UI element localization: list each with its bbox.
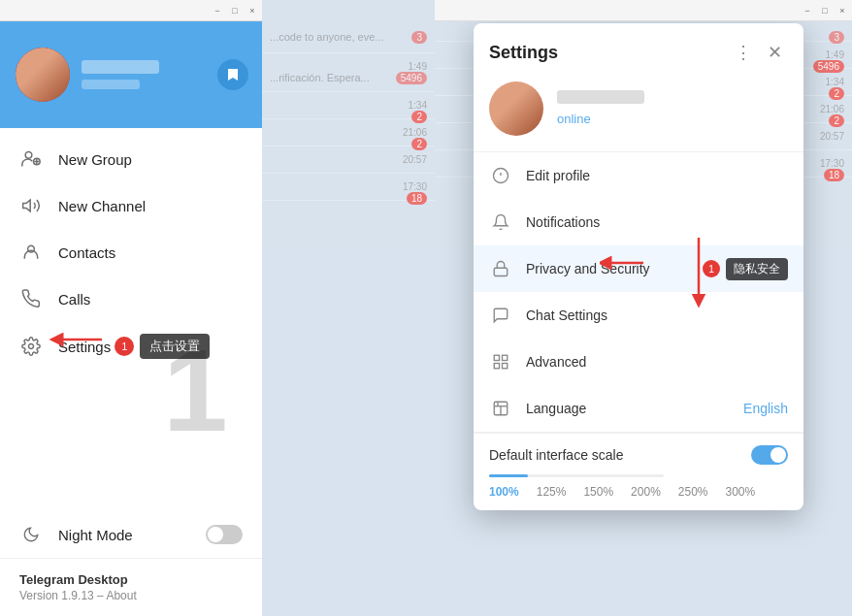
avatar [16,48,70,102]
svg-rect-14 [503,355,508,360]
close-btn-left[interactable]: × [245,3,260,18]
calls-label: Calls [58,291,90,308]
settings-badge: 1 [115,337,134,356]
modal-close-button[interactable]: ✕ [761,39,788,66]
contacts-icon [19,241,43,264]
scale-section: Default interface scale 100% 125% 150% 2… [474,433,803,510]
modal-more-button[interactable]: ⋮ [730,39,757,66]
scale-250[interactable]: 250% [678,485,708,499]
edit-profile-icon [489,164,512,187]
bookmark-button[interactable] [217,59,248,90]
chat-list-bg: ...code to anyone, eve... 3 1:49 ...rifi… [262,0,435,616]
app-name: Telegram Desktop [19,572,243,587]
modal-username-bar [557,90,644,104]
notifications-icon [489,211,512,234]
window-chrome-right: − □ × [435,0,852,21]
svg-point-0 [25,152,32,159]
app-version: Version 1.9.13 – About [19,589,243,602]
language-label: Language [526,401,743,416]
chat-settings-icon [489,304,512,327]
maximize-btn-left[interactable]: □ [227,3,243,18]
advanced-icon [489,350,512,373]
modal-header: Settings ⋮ ✕ [474,23,803,74]
settings-modal: Settings ⋮ ✕ online Edit profile Notific… [474,23,803,510]
nav-menu: 1 New Group New Channel [0,128,262,511]
scale-bar [489,474,788,477]
sidebar-item-calls[interactable]: Calls [0,276,262,322]
maximize-btn-right[interactable]: □ [817,3,833,18]
advanced-label: Advanced [526,354,788,370]
settings-icon [19,335,43,358]
scale-125[interactable]: 125% [537,485,567,499]
red-arrow-settings [49,330,107,349]
svg-rect-16 [494,364,499,369]
click-tooltip: 点击设置 [140,334,210,359]
menu-item-chat-settings[interactable]: Chat Settings [474,292,803,339]
language-value: English [743,401,788,416]
red-arrow-down [679,233,728,310]
scale-150[interactable]: 150% [583,485,613,499]
footer-info: Telegram Desktop Version 1.9.13 – About [0,558,262,616]
new-group-label: New Group [58,151,132,168]
modal-profile: online [474,74,803,151]
username-bar2 [82,80,140,89]
svg-marker-4 [23,200,31,211]
menu-item-privacy[interactable]: Privacy and Security 1 隐私安全 [474,245,803,292]
menu-item-language[interactable]: Language English [474,385,803,432]
night-mode-icon [19,523,43,546]
scale-100[interactable]: 100% [489,485,519,499]
night-mode-toggle[interactable] [206,525,243,544]
modal-avatar [489,81,543,136]
sidebar-item-contacts[interactable]: Contacts [0,229,262,276]
window-chrome-left: − □ × [0,0,262,21]
close-btn-right[interactable]: × [835,3,850,18]
scale-options: 100% 125% 150% 200% 250% 300% [489,485,788,499]
left-header [0,21,262,128]
minimize-btn-right[interactable]: − [800,3,815,18]
sidebar-item-new-channel[interactable]: New Channel [0,182,262,229]
menu-item-notifications[interactable]: Notifications [474,199,803,245]
notifications-label: Notifications [526,214,788,230]
sidebar-item-new-group[interactable]: New Group [0,136,262,182]
scale-fill [489,474,528,477]
scale-200[interactable]: 200% [631,485,661,499]
privacy-tooltip: 隐私安全 [726,258,788,280]
scale-label: Default interface scale [489,447,624,463]
edit-profile-label: Edit profile [526,168,788,183]
scale-toggle[interactable] [751,445,788,465]
menu-item-edit-profile[interactable]: Edit profile [474,152,803,199]
scale-row: Default interface scale [489,445,788,465]
calls-icon [19,287,43,310]
red-arrow-privacy [600,253,648,273]
scale-track [489,474,664,477]
svg-rect-15 [503,364,508,369]
svg-point-6 [29,344,34,349]
left-panel: 1 New Group New Channel [0,0,262,616]
contacts-label: Contacts [58,244,115,261]
sidebar-item-settings[interactable]: Settings 1 点击设置 [0,322,262,371]
scale-300[interactable]: 300% [726,485,756,499]
svg-rect-11 [494,268,508,276]
chat-settings-label: Chat Settings [526,308,788,323]
menu-item-advanced[interactable]: Advanced [474,339,803,385]
modal-title: Settings [489,43,730,63]
username-bar [82,60,159,74]
night-mode-label: Night Mode [58,527,133,543]
new-channel-label: New Channel [58,198,146,214]
privacy-icon [489,257,512,280]
minimize-btn-left[interactable]: − [210,3,225,18]
modal-online-status: online [557,112,591,126]
language-icon [489,397,512,420]
new-group-icon [19,147,43,171]
svg-rect-13 [494,355,499,360]
sidebar-item-night-mode[interactable]: Night Mode [0,511,262,558]
modal-user-info: online [557,90,644,127]
new-channel-icon [19,194,43,217]
